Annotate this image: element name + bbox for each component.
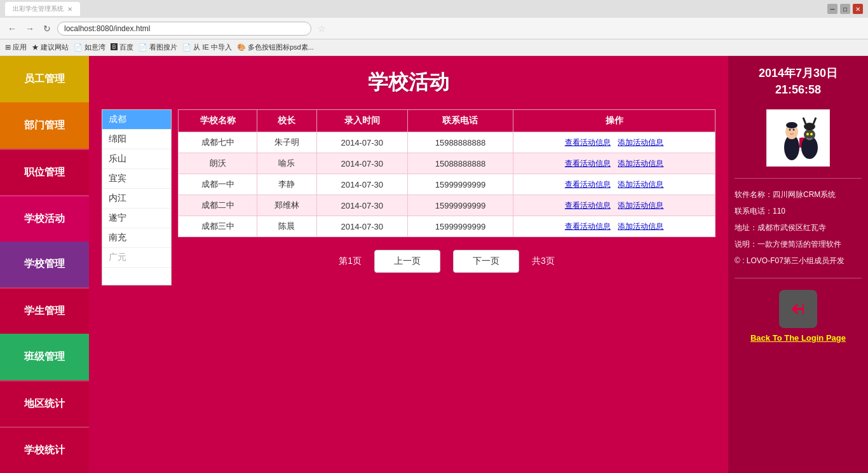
bookmark-star-icon[interactable]: ☆ bbox=[318, 24, 326, 34]
bookmark-ruyiwan[interactable]: 📄 如意湾 bbox=[74, 43, 105, 52]
add-activity-link[interactable]: 添加活动信息 bbox=[618, 159, 663, 168]
svg-point-5 bbox=[793, 129, 795, 131]
table-row: 朗沃 喻乐 2014-07-30 15088888888 查看活动信息 添加活动… bbox=[179, 153, 715, 174]
back-to-login-link[interactable]: Back To The Login Page bbox=[750, 333, 846, 343]
cell-actions: 查看活动信息 添加活动信息 bbox=[513, 195, 715, 216]
city-item-chengdu[interactable]: 成都 bbox=[102, 110, 171, 130]
view-activity-link[interactable]: 查看活动信息 bbox=[565, 180, 611, 189]
cell-date: 2014-07-30 bbox=[316, 132, 407, 153]
cell-principal: 郑维林 bbox=[257, 195, 317, 216]
col-action: 操作 bbox=[513, 110, 715, 132]
sidebar-item-class-management[interactable]: 班级管理 bbox=[0, 334, 89, 380]
view-activity-link[interactable]: 查看活动信息 bbox=[565, 201, 611, 210]
cell-school: 成都七中 bbox=[179, 132, 257, 153]
bookmark-icons[interactable]: 🎨 多色按钮图标psd素... bbox=[237, 43, 314, 52]
city-item-nanchong[interactable]: 南充 bbox=[102, 228, 171, 248]
add-activity-link[interactable]: 添加活动信息 bbox=[618, 222, 663, 231]
view-activity-link[interactable]: 查看活动信息 bbox=[565, 159, 611, 168]
view-activity-link[interactable]: 查看活动信息 bbox=[565, 222, 611, 231]
close-button[interactable]: ✕ bbox=[853, 4, 863, 14]
cell-phone: 15999999999 bbox=[407, 216, 513, 237]
bookmark-images[interactable]: 📄 看图搜片 bbox=[139, 43, 177, 52]
city-item-guangyuan[interactable]: 广元 bbox=[102, 248, 171, 268]
sidebar-label-position: 职位管理 bbox=[24, 166, 65, 179]
city-item-neijiang[interactable]: 内江 bbox=[102, 189, 171, 209]
sidebar-item-school-stats[interactable]: 学校统计 bbox=[0, 427, 89, 473]
app-container: 员工管理 部门管理 职位管理 学校活动 学校管理 学生管理 班级管理 地区统计 … bbox=[0, 56, 868, 473]
svg-point-9 bbox=[806, 133, 809, 135]
tab-close-icon[interactable]: ✕ bbox=[67, 6, 72, 13]
browser-tab[interactable]: 出彩学生管理系统 ✕ bbox=[5, 2, 80, 16]
city-item-leshan[interactable]: 乐山 bbox=[102, 149, 171, 169]
software-name: 软件名称：四川网脉CRM系统 bbox=[735, 187, 862, 202]
activities-table: 学校名称 校长 录入时间 联系电话 操作 成都七中 朱子明 2014-07-30 bbox=[178, 109, 715, 237]
table-row: 成都一中 李静 2014-07-30 15999999999 查看活动信息 添加… bbox=[179, 174, 715, 195]
sidebar: 员工管理 部门管理 职位管理 学校活动 学校管理 学生管理 班级管理 地区统计 … bbox=[0, 56, 89, 473]
bookmark-suggest[interactable]: ★ 建议网站 bbox=[32, 43, 69, 52]
page-header: 学校活动 bbox=[89, 56, 728, 103]
svg-point-4 bbox=[789, 129, 791, 131]
url-input[interactable]: localhost:8080/index.html bbox=[57, 22, 311, 36]
cell-phone: 15088888888 bbox=[407, 153, 513, 174]
sidebar-item-school-activities[interactable]: 学校活动 bbox=[0, 195, 89, 242]
cell-date: 2014-07-30 bbox=[316, 216, 407, 237]
sidebar-label-student-management: 学生管理 bbox=[24, 305, 65, 318]
current-page-label: 第1页 bbox=[339, 256, 362, 267]
city-item-mianyang[interactable]: 绵阳 bbox=[102, 130, 171, 149]
next-page-button[interactable]: 下一页 bbox=[453, 250, 519, 273]
col-principal: 校长 bbox=[257, 110, 317, 132]
city-item-suining[interactable]: 遂宁 bbox=[102, 209, 171, 228]
bookmark-baidu[interactable]: 🅱 百度 bbox=[111, 43, 133, 52]
sidebar-item-student-management[interactable]: 学生管理 bbox=[0, 287, 89, 334]
browser-titlebar: 出彩学生管理系统 ✕ ─ □ ✕ bbox=[0, 0, 868, 18]
sidebar-label-department: 部门管理 bbox=[24, 119, 65, 132]
pagination: 第1页 上一页 下一页 共3页 bbox=[178, 237, 715, 285]
bookmark-import[interactable]: 📄 从 IE 中导入 bbox=[182, 43, 232, 52]
add-activity-link[interactable]: 添加活动信息 bbox=[618, 201, 663, 210]
add-activity-link[interactable]: 添加活动信息 bbox=[618, 180, 663, 189]
prev-page-button[interactable]: 上一页 bbox=[374, 250, 440, 273]
sidebar-label-region-stats: 地区统计 bbox=[24, 397, 65, 411]
table-row: 成都三中 陈晨 2014-07-30 15999999999 查看活动信息 添加… bbox=[179, 216, 715, 237]
table-row: 成都二中 郑维林 2014-07-30 15999999999 查看活动信息 添… bbox=[179, 195, 715, 216]
main-content: 学校活动 成都 绵阳 乐山 宜宾 内江 遂宁 南充 广元 学校名称 bbox=[89, 56, 728, 473]
view-activity-link[interactable]: 查看活动信息 bbox=[565, 138, 611, 147]
cell-school: 成都三中 bbox=[179, 216, 257, 237]
sidebar-label-school-activities: 学校活动 bbox=[24, 212, 65, 226]
contact-phone: 联系电话：110 bbox=[735, 203, 862, 219]
sidebar-item-position[interactable]: 职位管理 bbox=[0, 149, 89, 195]
back-icon-button[interactable] bbox=[779, 290, 817, 328]
sidebar-label-school-management: 学校管理 bbox=[24, 257, 65, 271]
date-display: 2014年7月30日 bbox=[759, 65, 837, 81]
right-panel: 2014年7月30日 21:56:58 bbox=[728, 56, 868, 473]
info-section: 软件名称：四川网脉CRM系统 联系电话：110 地址：成都市武侯区红瓦寺 说明：… bbox=[735, 184, 862, 273]
window-controls: ─ □ ✕ bbox=[827, 4, 863, 14]
sidebar-item-staff[interactable]: 员工管理 bbox=[0, 56, 89, 102]
avatar bbox=[766, 109, 830, 167]
back-arrow-icon bbox=[784, 295, 812, 323]
city-item-yibin[interactable]: 宜宾 bbox=[102, 169, 171, 189]
bookmark-apps[interactable]: ⊞ 应用 bbox=[5, 43, 27, 52]
minimize-button[interactable]: ─ bbox=[827, 4, 837, 14]
forward-nav-button[interactable]: → bbox=[23, 22, 37, 35]
cell-date: 2014-07-30 bbox=[316, 174, 407, 195]
cell-principal: 朱子明 bbox=[257, 132, 317, 153]
col-phone: 联系电话 bbox=[407, 110, 513, 132]
add-activity-link[interactable]: 添加活动信息 bbox=[618, 138, 663, 147]
sidebar-item-department[interactable]: 部门管理 bbox=[0, 102, 89, 149]
cell-date: 2014-07-30 bbox=[316, 153, 407, 174]
cell-principal: 喻乐 bbox=[257, 153, 317, 174]
cell-school: 朗沃 bbox=[179, 153, 257, 174]
copyright: © : LOVO-F07第三小组成员开发 bbox=[735, 253, 862, 268]
sidebar-item-school-management[interactable]: 学校管理 bbox=[0, 242, 89, 288]
page-title: 学校活动 bbox=[89, 69, 728, 97]
maximize-button[interactable]: □ bbox=[840, 4, 850, 14]
avatar-image bbox=[773, 113, 824, 163]
cell-phone: 15999999999 bbox=[407, 195, 513, 216]
city-list: 成都 绵阳 乐山 宜宾 内江 遂宁 南充 广元 bbox=[102, 109, 172, 285]
sidebar-item-region-stats[interactable]: 地区统计 bbox=[0, 380, 89, 427]
back-nav-button[interactable]: ← bbox=[5, 22, 19, 35]
reload-button[interactable]: ↻ bbox=[41, 22, 53, 35]
address: 地址：成都市武侯区红瓦寺 bbox=[735, 220, 862, 235]
cell-date: 2014-07-30 bbox=[316, 195, 407, 216]
